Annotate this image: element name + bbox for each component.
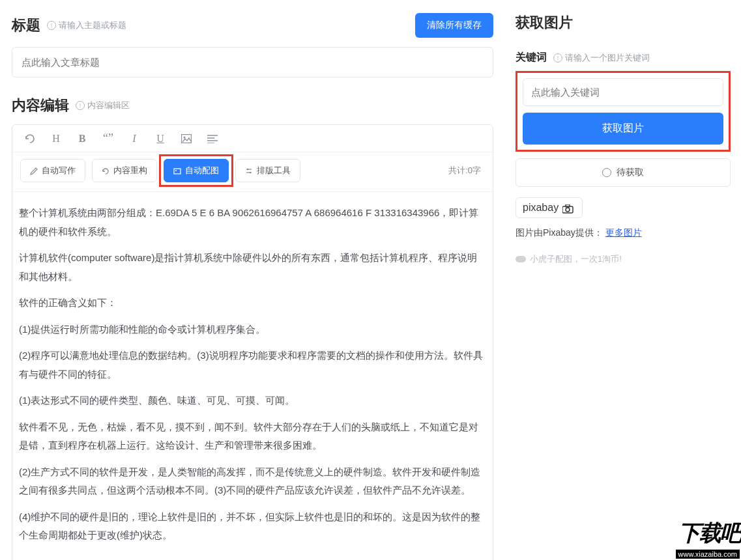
title-label: 标题 <box>12 16 40 35</box>
keyword-label: 关键词 <box>516 51 547 64</box>
refresh-icon <box>102 166 109 176</box>
editor-container: H B “” I U 自动写作 <box>12 124 493 560</box>
fetch-image-button[interactable]: 获取图片 <box>523 113 723 145</box>
pending-status[interactable]: 待获取 <box>516 158 731 187</box>
svg-point-11 <box>250 172 251 173</box>
underline-icon[interactable]: U <box>154 133 166 145</box>
paragraph: 整个计算机系统由两部分组成：E.69DA 5 E 6 BA 9062616964… <box>19 204 486 241</box>
bold-icon[interactable]: B <box>76 133 88 145</box>
quote-icon[interactable]: “” <box>102 132 114 145</box>
action-toolbar: 自动写作 内容重构 自动配图 <box>12 152 493 192</box>
content-header: 内容编辑 ! 内容编辑区 <box>12 96 493 115</box>
paragraph: (1)表达形式不同的硬件类型、颜色、味道、可见、可摸、可闻。 <box>19 391 486 410</box>
paragraph: (1)提供运行时所需功能和性能的命令或计算机程序集合。 <box>19 320 486 339</box>
title-header: 标题 ! 请输入主题或标题 清除所有缓存 <box>12 13 493 38</box>
undo-icon[interactable] <box>24 133 36 145</box>
editor-body[interactable]: 整个计算机系统由两部分组成：E.69DA 5 E 6 BA 9062616964… <box>12 192 493 560</box>
article-title-input[interactable] <box>12 47 493 77</box>
italic-icon[interactable]: I <box>128 133 140 145</box>
settings-icon <box>245 166 253 176</box>
svg-point-7 <box>175 170 177 171</box>
keyword-hint: ! 请输入一个图片关键词 <box>553 52 650 64</box>
paragraph: (2)生产方式不同的软件是开发，是人类智能的高发挥，而不是传统意义上的硬件制造。… <box>19 463 486 500</box>
circle-icon <box>602 168 611 177</box>
image-icon[interactable] <box>181 133 192 145</box>
sidebar-column: 获取图片 关键词 ! 请输入一个图片关键词 获取图片 待获取 pixabay 图… <box>505 0 741 560</box>
info-icon: ! <box>553 53 562 63</box>
pencil-icon <box>30 166 38 176</box>
auto-image-button[interactable]: 自动配图 <box>164 159 229 182</box>
restructure-button[interactable]: 内容重构 <box>92 159 157 182</box>
main-column: 标题 ! 请输入主题或标题 清除所有缓存 内容编辑 ! 内容编辑区 H B <box>0 0 505 560</box>
footer-note: 小虎子配图，一次1淘币! <box>516 253 731 265</box>
auto-image-highlight: 自动配图 <box>164 159 229 182</box>
keyword-highlight-box: 获取图片 <box>516 71 731 152</box>
credit-line: 图片由Pixabay提供： 更多图片 <box>516 227 731 239</box>
watermark: 下载吧 www.xiazaiba.com <box>650 508 741 560</box>
info-icon: ! <box>76 101 85 110</box>
content-section: 内容编辑 ! 内容编辑区 H B “” I U <box>12 96 493 560</box>
fetch-image-title: 获取图片 <box>516 13 731 33</box>
format-toolbar: H B “” I U <box>12 125 493 152</box>
keyword-header: 关键词 ! 请输入一个图片关键词 <box>516 51 731 64</box>
pixabay-badge: pixabay <box>516 197 583 218</box>
word-count: 共计:0字 <box>448 165 485 176</box>
paragraph: 软件看不见，无色，枯燥，看不见，摸不到，闻不到。软件大部分存在于人们的头脑或纸上… <box>19 418 486 455</box>
svg-point-1 <box>184 137 186 139</box>
photo-icon <box>173 166 181 176</box>
heading-icon[interactable]: H <box>50 133 62 145</box>
content-label: 内容编辑 <box>12 96 69 115</box>
keyword-input[interactable] <box>523 78 723 106</box>
content-hint: ! 内容编辑区 <box>76 100 130 111</box>
auto-write-button[interactable]: 自动写作 <box>20 159 85 182</box>
cloud-icon <box>516 256 526 262</box>
clear-cache-button[interactable]: 清除所有缓存 <box>415 13 493 38</box>
paragraph: 计算机软件(computer software)是指计算机系统中除硬件以外的所有… <box>19 249 486 286</box>
layout-tool-button[interactable]: 排版工具 <box>235 159 300 182</box>
paragraph: 软件的正确含义如下： <box>19 294 486 313</box>
info-icon: ! <box>47 21 56 30</box>
paragraph: (4)维护不同的硬件是旧的，理论上软件是旧的，并不坏，但实际上软件也是旧的和坏的… <box>19 508 486 545</box>
paragraph: (2)程序可以满意地处理信息的数据结构。(3)说明程序功能要求和程序需要的文档的… <box>19 346 486 384</box>
title-hint: ! 请输入主题或标题 <box>47 20 126 31</box>
more-images-link[interactable]: 更多图片 <box>605 227 642 238</box>
camera-icon <box>562 202 575 213</box>
svg-rect-14 <box>566 204 570 207</box>
svg-rect-6 <box>174 169 181 174</box>
svg-point-13 <box>566 208 570 212</box>
svg-point-9 <box>247 169 248 170</box>
align-icon[interactable] <box>207 133 218 145</box>
